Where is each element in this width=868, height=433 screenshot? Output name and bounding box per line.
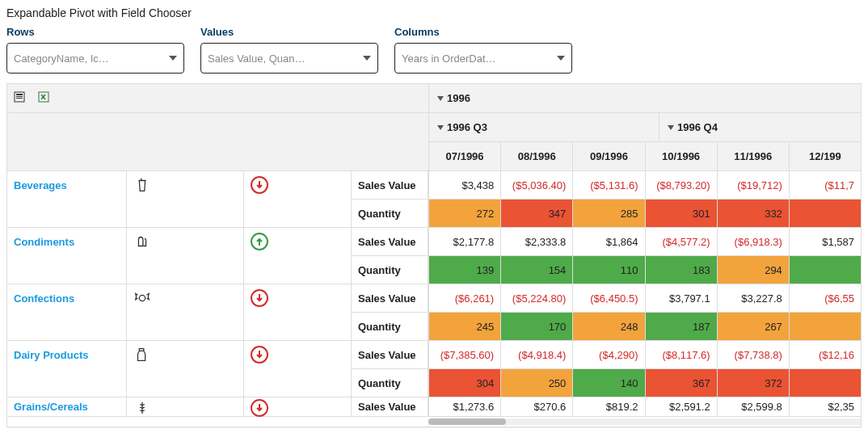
sales-cell: ($8,117.6): [645, 341, 717, 369]
month-header[interactable]: 11/1996: [717, 142, 789, 171]
qty-cell: 267: [717, 313, 789, 341]
metric-label-qty: Quantity: [352, 200, 428, 228]
svg-rect-2: [16, 96, 23, 97]
table-row: CondimentsSales ValueQuantity$2,177.8$2,…: [7, 228, 861, 284]
table-row: Grains/CerealsSales Value$1,273.6$270.6$…: [7, 397, 861, 417]
sales-cell: ($12,16: [789, 341, 861, 369]
category-cell[interactable]: Confections: [7, 284, 127, 341]
metric-label-qty: Quantity: [352, 369, 428, 397]
qty-cell: [789, 200, 861, 228]
pager: « ‹ 1 › »: [6, 427, 862, 433]
qty-cell: 367: [645, 369, 717, 397]
sales-cell: ($7,385.60): [428, 341, 500, 369]
export-csv-icon[interactable]: [14, 90, 27, 106]
qty-cell: 140: [572, 369, 644, 397]
sales-cell: ($6,55: [789, 284, 861, 313]
category-cell[interactable]: Beverages: [7, 171, 127, 228]
columns-label: Columns: [394, 26, 572, 38]
qty-cell: 187: [645, 313, 717, 341]
month-header[interactable]: 07/1996: [428, 142, 500, 171]
quarter-header[interactable]: 1996 Q3: [428, 113, 659, 142]
table-row: ConfectionsSales ValueQuantity($6,261)($…: [7, 284, 861, 341]
collapse-icon: [437, 125, 444, 130]
qty-cell: 301: [645, 200, 717, 228]
sales-cell: $1,273.6: [428, 397, 500, 417]
sales-cell: $3,227.8: [717, 284, 789, 313]
sales-cell: $2,591.2: [645, 397, 717, 417]
sales-cell: ($6,918.3): [717, 228, 789, 256]
chevron-down-icon: [557, 56, 565, 61]
columns-select-text: Years in OrderDat…: [402, 53, 496, 65]
quarter-header[interactable]: 1996 Q4: [659, 113, 861, 142]
quarter-header-text: 1996 Q4: [677, 121, 718, 133]
export-excel-icon[interactable]: [38, 90, 51, 106]
values-select-text: Sales Value, Quan…: [208, 53, 305, 65]
sales-cell: ($7,738.8): [717, 341, 789, 369]
qty-cell: 154: [500, 256, 572, 284]
grid-toolbar: [7, 84, 428, 113]
sales-cell: ($4,290): [572, 341, 644, 369]
metric-label-sales: Sales Value: [352, 228, 428, 256]
sales-cell: ($11,7: [789, 171, 861, 200]
rows-select[interactable]: CategoryName, Ic…: [6, 43, 184, 74]
sales-cell: $3,438: [428, 171, 500, 200]
trend-cell: [244, 228, 352, 284]
trend-up-icon: [251, 233, 268, 250]
values-select[interactable]: Sales Value, Quan…: [200, 43, 378, 74]
category-icon: [127, 397, 244, 417]
year-header[interactable]: 1996: [428, 84, 861, 113]
category-icon: [127, 341, 244, 397]
metric-label-qty: Quantity: [352, 313, 428, 341]
sales-cell: ($6,261): [428, 284, 500, 313]
trend-cell: [244, 341, 352, 397]
table-row: Dairy ProductsSales ValueQuantity($7,385…: [7, 341, 861, 397]
sales-cell: ($6,450.5): [572, 284, 644, 313]
month-header[interactable]: 08/1996: [500, 142, 572, 171]
category-cell[interactable]: Condiments: [7, 228, 127, 284]
category-cell[interactable]: Grains/Cereals: [7, 397, 127, 417]
qty-cell: 110: [572, 256, 644, 284]
category-icon: [127, 228, 244, 284]
qty-cell: 248: [572, 313, 644, 341]
horizontal-scrollbar[interactable]: [428, 417, 861, 427]
sales-cell: $2,333.8: [500, 228, 572, 256]
trend-down-icon: [251, 399, 268, 417]
qty-cell: 170: [500, 313, 572, 341]
sales-cell: ($19,712): [717, 171, 789, 200]
sales-cell: ($5,036.40): [500, 171, 572, 200]
qty-cell: 272: [428, 200, 500, 228]
metric-label-sales: Sales Value: [352, 171, 428, 200]
sales-cell: $2,599.8: [717, 397, 789, 417]
month-header[interactable]: 09/1996: [572, 142, 644, 171]
rows-select-text: CategoryName, Ic…: [14, 53, 109, 65]
sales-cell: ($5,224.80): [500, 284, 572, 313]
columns-select[interactable]: Years in OrderDat…: [394, 43, 572, 74]
metric-label-sales: Sales Value: [352, 341, 428, 369]
month-header[interactable]: 12/199: [789, 142, 861, 171]
qty-cell: 304: [428, 369, 500, 397]
collapse-icon: [668, 125, 674, 130]
sales-cell: ($4,577.2): [645, 228, 717, 256]
collapse-icon: [437, 96, 444, 101]
pivot-grid: 1996 1996 Q31996 Q4 07/199608/199609/199…: [6, 83, 862, 427]
quarter-header-text: 1996 Q3: [447, 121, 487, 133]
category-icon: [127, 284, 244, 341]
chevron-down-icon: [363, 56, 371, 61]
svg-point-5: [139, 295, 145, 301]
qty-cell: 294: [717, 256, 789, 284]
qty-cell: 285: [572, 200, 644, 228]
sales-cell: $3,797.1: [645, 284, 717, 313]
field-chooser: Rows CategoryName, Ic… Values Sales Valu…: [6, 26, 862, 74]
metric-label-sales: Sales Value: [352, 397, 428, 417]
month-header[interactable]: 10/1996: [645, 142, 717, 171]
qty-cell: 332: [717, 200, 789, 228]
sales-cell: ($5,131.6): [572, 171, 644, 200]
sales-cell: $2,177.8: [428, 228, 500, 256]
table-row: BeveragesSales ValueQuantity$3,438($5,03…: [7, 171, 861, 228]
sales-cell: $1,864: [572, 228, 644, 256]
metric-label-qty: Quantity: [352, 256, 428, 284]
trend-down-icon: [251, 346, 268, 364]
rows-label: Rows: [6, 26, 184, 38]
category-cell[interactable]: Dairy Products: [7, 341, 127, 397]
qty-cell: 347: [500, 200, 572, 228]
